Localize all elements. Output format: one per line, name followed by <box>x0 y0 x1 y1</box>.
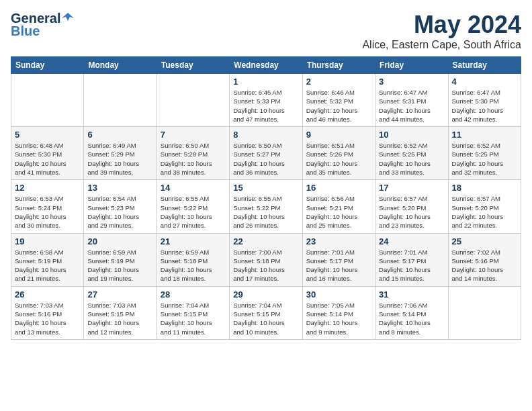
weekday-header-tuesday: Tuesday <box>157 57 229 74</box>
day-detail: Sunrise: 6:54 AM Sunset: 5:23 PM Dayligh… <box>87 194 152 230</box>
calendar-cell: 2Sunrise: 6:46 AM Sunset: 5:32 PM Daylig… <box>302 74 375 127</box>
calendar-cell: 26Sunrise: 7:03 AM Sunset: 5:16 PM Dayli… <box>11 286 84 339</box>
day-number: 25 <box>452 236 517 246</box>
day-detail: Sunrise: 7:02 AM Sunset: 5:16 PM Dayligh… <box>452 248 517 283</box>
svg-marker-0 <box>62 13 74 21</box>
calendar-cell: 10Sunrise: 6:52 AM Sunset: 5:25 PM Dayli… <box>375 127 448 180</box>
day-number: 29 <box>233 289 298 300</box>
day-number: 23 <box>306 236 371 246</box>
logo-bird-icon <box>62 11 74 24</box>
day-number: 8 <box>233 130 298 140</box>
day-detail: Sunrise: 6:48 AM Sunset: 5:30 PM Dayligh… <box>15 141 80 177</box>
day-number: 3 <box>379 77 444 87</box>
calendar-cell: 21Sunrise: 6:59 AM Sunset: 5:18 PM Dayli… <box>157 233 229 286</box>
day-detail: Sunrise: 7:03 AM Sunset: 5:16 PM Dayligh… <box>15 301 80 336</box>
calendar-cell: 1Sunrise: 6:45 AM Sunset: 5:33 PM Daylig… <box>230 74 302 127</box>
calendar-cell: 18Sunrise: 6:57 AM Sunset: 5:20 PM Dayli… <box>448 180 521 233</box>
day-number: 6 <box>87 130 152 140</box>
day-detail: Sunrise: 6:49 AM Sunset: 5:29 PM Dayligh… <box>87 141 152 177</box>
calendar-cell: 25Sunrise: 7:02 AM Sunset: 5:16 PM Dayli… <box>448 233 521 286</box>
calendar-cell: 13Sunrise: 6:54 AM Sunset: 5:23 PM Dayli… <box>84 180 157 233</box>
calendar-cell <box>448 286 521 339</box>
day-number: 20 <box>87 236 152 246</box>
calendar-cell: 7Sunrise: 6:50 AM Sunset: 5:28 PM Daylig… <box>157 127 229 180</box>
weekday-header-thursday: Thursday <box>302 57 375 74</box>
day-number: 15 <box>233 183 298 193</box>
day-number: 7 <box>161 130 226 140</box>
day-detail: Sunrise: 7:06 AM Sunset: 5:14 PM Dayligh… <box>379 301 444 336</box>
day-number: 26 <box>15 289 80 300</box>
calendar-table: SundayMondayTuesdayWednesdayThursdayFrid… <box>11 56 521 340</box>
logo-blue: Blue <box>11 24 40 39</box>
calendar-cell: 31Sunrise: 7:06 AM Sunset: 5:14 PM Dayli… <box>375 286 448 339</box>
day-number: 21 <box>161 236 226 246</box>
logo: General Blue <box>11 11 74 39</box>
calendar-cell: 27Sunrise: 7:03 AM Sunset: 5:15 PM Dayli… <box>84 286 157 339</box>
day-number: 30 <box>306 289 371 300</box>
day-number: 5 <box>15 130 80 140</box>
day-detail: Sunrise: 6:57 AM Sunset: 5:20 PM Dayligh… <box>379 194 444 230</box>
weekday-header-friday: Friday <box>375 57 448 74</box>
weekday-header-sunday: Sunday <box>11 57 84 74</box>
day-detail: Sunrise: 6:59 AM Sunset: 5:19 PM Dayligh… <box>87 248 152 283</box>
calendar-cell: 29Sunrise: 7:04 AM Sunset: 5:15 PM Dayli… <box>230 286 302 339</box>
day-number: 13 <box>87 183 152 193</box>
title-block: May 2024 Alice, Eastern Cape, South Afri… <box>362 11 521 51</box>
calendar-cell: 16Sunrise: 6:56 AM Sunset: 5:21 PM Dayli… <box>302 180 375 233</box>
calendar-cell: 19Sunrise: 6:58 AM Sunset: 5:19 PM Dayli… <box>11 233 84 286</box>
page-header: General Blue May 2024 Alice, Eastern Cap… <box>11 11 521 51</box>
day-number: 22 <box>233 236 298 246</box>
calendar-cell: 11Sunrise: 6:52 AM Sunset: 5:25 PM Dayli… <box>448 127 521 180</box>
day-detail: Sunrise: 6:45 AM Sunset: 5:33 PM Dayligh… <box>233 88 298 124</box>
day-detail: Sunrise: 7:00 AM Sunset: 5:18 PM Dayligh… <box>233 248 298 283</box>
day-detail: Sunrise: 6:55 AM Sunset: 5:22 PM Dayligh… <box>233 194 298 230</box>
month-title: May 2024 <box>362 11 521 39</box>
calendar-cell <box>84 74 157 127</box>
week-row-4: 19Sunrise: 6:58 AM Sunset: 5:19 PM Dayli… <box>11 233 521 286</box>
weekday-header-wednesday: Wednesday <box>230 57 302 74</box>
day-detail: Sunrise: 6:52 AM Sunset: 5:25 PM Dayligh… <box>452 141 517 177</box>
calendar-cell: 9Sunrise: 6:51 AM Sunset: 5:26 PM Daylig… <box>302 127 375 180</box>
day-detail: Sunrise: 6:47 AM Sunset: 5:30 PM Dayligh… <box>452 88 517 124</box>
day-number: 16 <box>306 183 371 193</box>
calendar-cell: 6Sunrise: 6:49 AM Sunset: 5:29 PM Daylig… <box>84 127 157 180</box>
day-detail: Sunrise: 6:55 AM Sunset: 5:22 PM Dayligh… <box>161 194 226 230</box>
day-number: 11 <box>452 130 517 140</box>
day-number: 17 <box>379 183 444 193</box>
day-detail: Sunrise: 6:59 AM Sunset: 5:18 PM Dayligh… <box>161 248 226 283</box>
day-number: 19 <box>15 236 80 246</box>
day-detail: Sunrise: 7:01 AM Sunset: 5:17 PM Dayligh… <box>306 248 371 283</box>
calendar-cell: 12Sunrise: 6:53 AM Sunset: 5:24 PM Dayli… <box>11 180 84 233</box>
calendar-cell: 24Sunrise: 7:01 AM Sunset: 5:17 PM Dayli… <box>375 233 448 286</box>
day-number: 1 <box>233 77 298 87</box>
weekday-header-monday: Monday <box>84 57 157 74</box>
location-title: Alice, Eastern Cape, South Africa <box>362 39 521 51</box>
day-detail: Sunrise: 6:50 AM Sunset: 5:28 PM Dayligh… <box>161 141 226 177</box>
day-detail: Sunrise: 7:04 AM Sunset: 5:15 PM Dayligh… <box>233 301 298 336</box>
day-number: 2 <box>306 77 371 87</box>
day-detail: Sunrise: 7:04 AM Sunset: 5:15 PM Dayligh… <box>161 301 226 336</box>
day-number: 14 <box>161 183 226 193</box>
day-detail: Sunrise: 6:46 AM Sunset: 5:32 PM Dayligh… <box>306 88 371 124</box>
calendar-cell: 22Sunrise: 7:00 AM Sunset: 5:18 PM Dayli… <box>230 233 302 286</box>
day-number: 27 <box>87 289 152 300</box>
calendar-cell: 5Sunrise: 6:48 AM Sunset: 5:30 PM Daylig… <box>11 127 84 180</box>
weekday-header-saturday: Saturday <box>448 57 521 74</box>
day-number: 24 <box>379 236 444 246</box>
day-detail: Sunrise: 6:58 AM Sunset: 5:19 PM Dayligh… <box>15 248 80 283</box>
day-detail: Sunrise: 6:51 AM Sunset: 5:26 PM Dayligh… <box>306 141 371 177</box>
weekday-header-row: SundayMondayTuesdayWednesdayThursdayFrid… <box>11 57 521 74</box>
day-detail: Sunrise: 7:03 AM Sunset: 5:15 PM Dayligh… <box>87 301 152 336</box>
calendar-cell <box>11 74 84 127</box>
day-number: 18 <box>452 183 517 193</box>
week-row-2: 5Sunrise: 6:48 AM Sunset: 5:30 PM Daylig… <box>11 127 521 180</box>
week-row-3: 12Sunrise: 6:53 AM Sunset: 5:24 PM Dayli… <box>11 180 521 233</box>
day-number: 31 <box>379 289 444 300</box>
calendar-cell: 4Sunrise: 6:47 AM Sunset: 5:30 PM Daylig… <box>448 74 521 127</box>
day-detail: Sunrise: 6:52 AM Sunset: 5:25 PM Dayligh… <box>379 141 444 177</box>
day-detail: Sunrise: 6:56 AM Sunset: 5:21 PM Dayligh… <box>306 194 371 230</box>
day-number: 10 <box>379 130 444 140</box>
day-detail: Sunrise: 6:50 AM Sunset: 5:27 PM Dayligh… <box>233 141 298 177</box>
calendar-cell: 20Sunrise: 6:59 AM Sunset: 5:19 PM Dayli… <box>84 233 157 286</box>
calendar-cell <box>157 74 229 127</box>
